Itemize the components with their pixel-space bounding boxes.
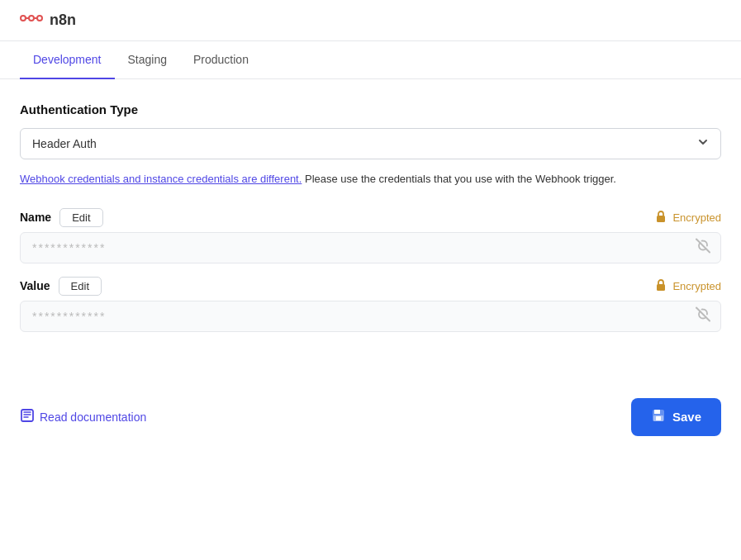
- tab-development[interactable]: Development: [20, 41, 115, 79]
- info-text-link[interactable]: Webhook credentials and instance credent…: [20, 173, 302, 185]
- info-text-rest: Please use the credentials that you use …: [302, 173, 616, 185]
- value-label-left: Value Edit: [20, 277, 102, 296]
- tab-staging[interactable]: Staging: [115, 41, 180, 79]
- value-label-row: Value Edit Encrypted: [20, 277, 721, 296]
- value-input[interactable]: [20, 301, 721, 332]
- name-input-wrapper: [20, 232, 721, 263]
- eye-slash-icon[interactable]: [695, 237, 711, 258]
- name-field-label: Name: [20, 211, 51, 224]
- name-encrypted-label: Encrypted: [672, 211, 721, 224]
- auth-type-dropdown-wrapper[interactable]: Header Auth: [20, 128, 721, 159]
- svg-rect-5: [657, 216, 665, 222]
- auth-type-select[interactable]: Header Auth: [20, 128, 721, 159]
- name-field-row: Name Edit Encrypted: [20, 208, 721, 263]
- eye-slash-icon-2[interactable]: [695, 306, 711, 326]
- info-text: Webhook credentials and instance credent…: [20, 171, 721, 188]
- name-label-row: Name Edit Encrypted: [20, 208, 721, 227]
- footer: Read documentation Save: [0, 382, 741, 453]
- lock-icon: [654, 210, 667, 225]
- value-encrypted-label: Encrypted: [672, 280, 721, 292]
- tabs-bar: Development Staging Production: [0, 41, 741, 79]
- tab-production[interactable]: Production: [180, 41, 262, 79]
- value-field-row: Value Edit Encrypted: [20, 277, 721, 332]
- value-field-label: Value: [20, 279, 50, 292]
- svg-point-0: [21, 16, 26, 21]
- svg-rect-7: [21, 410, 33, 421]
- name-encrypted-indicator: Encrypted: [654, 210, 721, 225]
- book-icon: [20, 408, 35, 426]
- save-button[interactable]: Save: [631, 398, 721, 436]
- read-documentation-link[interactable]: Read documentation: [20, 408, 146, 426]
- svg-rect-11: [656, 416, 661, 420]
- lock-icon-2: [654, 278, 667, 294]
- value-input-wrapper: [20, 301, 721, 332]
- svg-rect-9: [654, 410, 660, 414]
- name-edit-button[interactable]: Edit: [59, 208, 102, 227]
- name-input[interactable]: [20, 232, 721, 263]
- save-icon: [651, 408, 666, 426]
- value-encrypted-indicator: Encrypted: [654, 278, 721, 294]
- app-logo-text: n8n: [50, 12, 76, 29]
- value-edit-button[interactable]: Edit: [59, 277, 102, 296]
- svg-point-1: [29, 16, 34, 21]
- name-label-left: Name Edit: [20, 208, 103, 227]
- svg-rect-6: [657, 284, 665, 291]
- header: n8n: [0, 0, 741, 41]
- save-label: Save: [672, 410, 701, 424]
- main-content: Authentication Type Header Auth Webhook …: [0, 79, 741, 365]
- auth-section-title: Authentication Type: [20, 102, 721, 116]
- read-docs-label: Read documentation: [40, 411, 146, 424]
- svg-point-2: [37, 16, 42, 21]
- logo-icon: [20, 10, 43, 31]
